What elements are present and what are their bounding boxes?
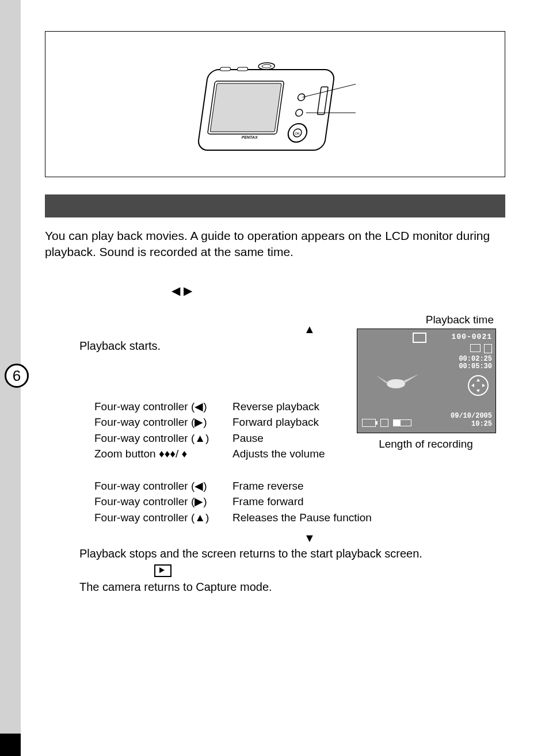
page-number-badge: 6: [5, 364, 29, 388]
up-arrow-icon: ▲: [304, 323, 315, 335]
svg-rect-11: [237, 67, 248, 71]
step-row: ◀ ▶: [79, 284, 505, 297]
svg-marker-18: [482, 384, 485, 387]
step-result: Playback stops and the screen returns to…: [79, 547, 505, 560]
lcd-bottom-label: Length of recording: [351, 438, 501, 450]
svg-rect-10: [220, 67, 231, 71]
step-row: ▼: [79, 532, 505, 545]
left-right-arrow-icon: ◀ ▶: [171, 284, 192, 297]
step-row: [79, 564, 505, 578]
svg-point-20: [399, 380, 403, 384]
playback-button-icon: [154, 564, 171, 577]
bird-image: [370, 364, 422, 398]
camera-illustration: OK PENTAX: [195, 47, 356, 162]
lcd-screen: 100-0021 00:02:25 00:05:30: [357, 329, 496, 433]
lcd-screen-block: Playback time 100-0021 00:02:25 00:05:30: [351, 314, 501, 450]
section-heading-bar: [45, 194, 505, 217]
speaker-icon: [380, 419, 388, 427]
svg-text:OK: OK: [295, 132, 300, 135]
camera-illustration-box: OK PENTAX: [45, 31, 505, 177]
memo-icon: [484, 344, 492, 353]
svg-point-9: [262, 64, 272, 68]
lcd-time: 10:25: [471, 420, 492, 428]
movie-icon: [470, 344, 481, 352]
lcd-total-time: 00:05:30: [459, 363, 492, 371]
svg-rect-2: [210, 83, 281, 132]
lcd-date: 09/10/2005: [451, 412, 492, 420]
svg-marker-16: [476, 390, 480, 392]
footer-black-block: [0, 734, 21, 756]
lcd-file-number: 100-0021: [452, 333, 492, 341]
battery-icon: [362, 419, 376, 427]
nav-guide-icon: [468, 375, 489, 396]
pause-operations-table: Four-way controller (◀)Frame reverse Fou…: [94, 478, 505, 526]
intro-paragraph: You can play back movies. A guide to ope…: [45, 228, 505, 261]
lcd-top-label: Playback time: [351, 314, 501, 326]
down-arrow-icon: ▼: [304, 532, 315, 544]
volume-bar-icon: [393, 419, 411, 426]
camera-brand-label: PENTAX: [241, 135, 258, 139]
svg-marker-15: [476, 379, 480, 381]
playback-mode-icon: [413, 333, 426, 343]
step-result: The camera returns to Capture mode.: [79, 581, 505, 594]
svg-marker-17: [471, 384, 474, 387]
